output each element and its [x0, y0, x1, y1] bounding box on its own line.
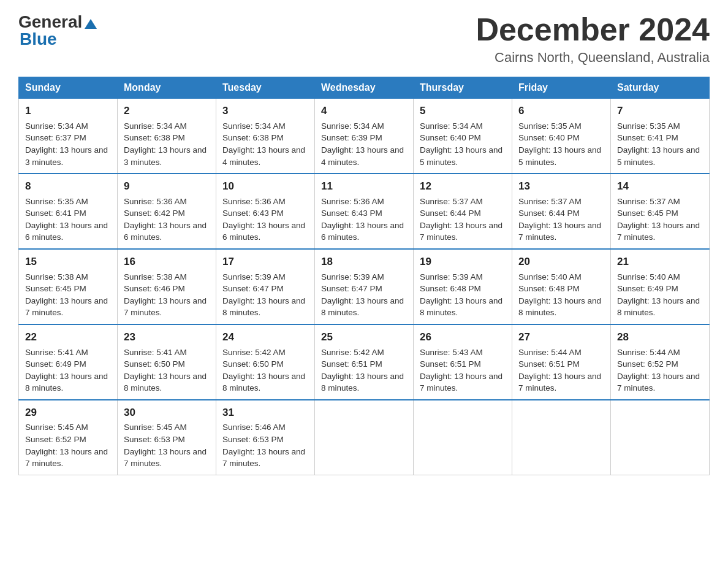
daylight-text: Daylight: 13 hours and 8 minutes. — [321, 296, 404, 318]
day-number: 4 — [321, 104, 407, 119]
daylight-text: Daylight: 13 hours and 7 minutes. — [518, 372, 601, 393]
sunrise-text: Sunrise: 5:39 AM — [420, 272, 483, 282]
daylight-text: Daylight: 13 hours and 7 minutes. — [124, 447, 207, 469]
col-header-monday: Monday — [118, 77, 216, 99]
sunrise-text: Sunrise: 5:46 AM — [222, 423, 286, 432]
calendar-cell: 26 Sunrise: 5:43 AM Sunset: 6:51 PM Dayl… — [414, 324, 512, 400]
calendar-cell: 21 Sunrise: 5:40 AM Sunset: 6:49 PM Dayl… — [611, 249, 710, 324]
day-number: 11 — [321, 179, 407, 194]
daylight-text: Daylight: 13 hours and 7 minutes. — [420, 372, 502, 393]
sunset-text: Sunset: 6:51 PM — [321, 359, 382, 369]
calendar-cell: 17 Sunrise: 5:39 AM Sunset: 6:47 PM Dayl… — [216, 249, 315, 324]
sunrise-text: Sunrise: 5:37 AM — [420, 197, 483, 206]
sunset-text: Sunset: 6:52 PM — [25, 435, 86, 444]
day-number: 26 — [420, 330, 506, 345]
day-number: 14 — [617, 179, 703, 194]
sunset-text: Sunset: 6:42 PM — [124, 209, 185, 218]
sunrise-text: Sunrise: 5:39 AM — [222, 272, 286, 282]
day-number: 25 — [321, 330, 407, 345]
daylight-text: Daylight: 13 hours and 7 minutes. — [124, 296, 207, 318]
sunrise-text: Sunrise: 5:35 AM — [617, 121, 680, 131]
sunset-text: Sunset: 6:51 PM — [518, 359, 580, 369]
sunrise-text: Sunrise: 5:36 AM — [124, 197, 187, 206]
col-header-friday: Friday — [512, 77, 611, 99]
calendar-cell: 19 Sunrise: 5:39 AM Sunset: 6:48 PM Dayl… — [414, 249, 512, 324]
sunset-text: Sunset: 6:47 PM — [222, 284, 284, 293]
calendar-week-row: 22 Sunrise: 5:41 AM Sunset: 6:49 PM Dayl… — [19, 324, 710, 400]
day-number: 15 — [25, 255, 111, 270]
sunset-text: Sunset: 6:50 PM — [222, 359, 284, 369]
sunset-text: Sunset: 6:40 PM — [518, 133, 580, 142]
daylight-text: Daylight: 13 hours and 3 minutes. — [124, 145, 207, 167]
daylight-text: Daylight: 13 hours and 7 minutes. — [617, 221, 700, 242]
day-number: 20 — [518, 255, 604, 270]
sunset-text: Sunset: 6:46 PM — [124, 284, 185, 293]
calendar-cell: 1 Sunrise: 5:34 AM Sunset: 6:37 PM Dayli… — [19, 99, 118, 174]
calendar-cell: 27 Sunrise: 5:44 AM Sunset: 6:51 PM Dayl… — [512, 324, 611, 400]
sunset-text: Sunset: 6:41 PM — [25, 209, 86, 218]
day-number: 8 — [25, 179, 111, 194]
col-header-saturday: Saturday — [611, 77, 710, 99]
calendar-cell: 24 Sunrise: 5:42 AM Sunset: 6:50 PM Dayl… — [216, 324, 315, 400]
daylight-text: Daylight: 13 hours and 4 minutes. — [321, 145, 404, 167]
daylight-text: Daylight: 13 hours and 6 minutes. — [321, 221, 404, 242]
sunrise-text: Sunrise: 5:44 AM — [518, 348, 582, 357]
calendar-cell: 31 Sunrise: 5:46 AM Sunset: 6:53 PM Dayl… — [216, 400, 315, 475]
sunrise-text: Sunrise: 5:36 AM — [222, 197, 286, 206]
sunrise-text: Sunrise: 5:36 AM — [321, 197, 384, 206]
sunset-text: Sunset: 6:44 PM — [420, 209, 481, 218]
month-year-title: December 2024 — [476, 12, 710, 47]
day-number: 21 — [617, 255, 703, 270]
daylight-text: Daylight: 13 hours and 8 minutes. — [321, 372, 404, 393]
day-number: 24 — [222, 330, 308, 345]
sunrise-text: Sunrise: 5:41 AM — [124, 348, 187, 357]
daylight-text: Daylight: 13 hours and 7 minutes. — [25, 296, 108, 318]
sunrise-text: Sunrise: 5:38 AM — [25, 272, 88, 282]
sunset-text: Sunset: 6:48 PM — [518, 284, 580, 293]
daylight-text: Daylight: 13 hours and 6 minutes. — [222, 221, 305, 242]
sunrise-text: Sunrise: 5:37 AM — [518, 197, 582, 206]
sunrise-text: Sunrise: 5:34 AM — [420, 121, 483, 131]
sunrise-text: Sunrise: 5:45 AM — [25, 423, 88, 432]
calendar-cell: 5 Sunrise: 5:34 AM Sunset: 6:40 PM Dayli… — [414, 99, 512, 174]
sunrise-text: Sunrise: 5:37 AM — [617, 197, 680, 206]
col-header-sunday: Sunday — [19, 77, 118, 99]
sunset-text: Sunset: 6:38 PM — [124, 133, 185, 142]
calendar-cell: 20 Sunrise: 5:40 AM Sunset: 6:48 PM Dayl… — [512, 249, 611, 324]
calendar-cell: 12 Sunrise: 5:37 AM Sunset: 6:44 PM Dayl… — [414, 174, 512, 249]
day-number: 28 — [617, 330, 703, 345]
daylight-text: Daylight: 13 hours and 8 minutes. — [518, 296, 601, 318]
day-number: 12 — [420, 179, 506, 194]
calendar-cell: 3 Sunrise: 5:34 AM Sunset: 6:38 PM Dayli… — [216, 99, 315, 174]
sunrise-text: Sunrise: 5:45 AM — [124, 423, 187, 432]
col-header-wednesday: Wednesday — [315, 77, 414, 99]
sunset-text: Sunset: 6:45 PM — [617, 209, 678, 218]
daylight-text: Daylight: 13 hours and 8 minutes. — [124, 372, 207, 393]
day-number: 19 — [420, 255, 506, 270]
col-header-thursday: Thursday — [414, 77, 512, 99]
calendar-week-row: 8 Sunrise: 5:35 AM Sunset: 6:41 PM Dayli… — [19, 174, 710, 249]
sunset-text: Sunset: 6:38 PM — [222, 133, 284, 142]
sunset-text: Sunset: 6:43 PM — [222, 209, 284, 218]
calendar-cell: 28 Sunrise: 5:44 AM Sunset: 6:52 PM Dayl… — [611, 324, 710, 400]
sunset-text: Sunset: 6:49 PM — [25, 359, 86, 369]
sunset-text: Sunset: 6:48 PM — [420, 284, 481, 293]
sunrise-text: Sunrise: 5:42 AM — [321, 348, 384, 357]
sunset-text: Sunset: 6:50 PM — [124, 359, 185, 369]
calendar-table: SundayMondayTuesdayWednesdayThursdayFrid… — [18, 77, 710, 475]
sunrise-text: Sunrise: 5:43 AM — [420, 348, 483, 357]
calendar-cell: 23 Sunrise: 5:41 AM Sunset: 6:50 PM Dayl… — [118, 324, 216, 400]
day-number: 1 — [25, 104, 111, 119]
daylight-text: Daylight: 13 hours and 5 minutes. — [420, 145, 502, 167]
day-number: 9 — [124, 179, 210, 194]
sunrise-text: Sunrise: 5:34 AM — [222, 121, 286, 131]
daylight-text: Daylight: 13 hours and 6 minutes. — [25, 221, 108, 242]
day-number: 22 — [25, 330, 111, 345]
calendar-cell: 29 Sunrise: 5:45 AM Sunset: 6:52 PM Dayl… — [19, 400, 118, 475]
calendar-cell: 30 Sunrise: 5:45 AM Sunset: 6:53 PM Dayl… — [118, 400, 216, 475]
sunrise-text: Sunrise: 5:35 AM — [25, 197, 88, 206]
day-number: 27 — [518, 330, 604, 345]
sunset-text: Sunset: 6:49 PM — [617, 284, 678, 293]
sunset-text: Sunset: 6:43 PM — [321, 209, 382, 218]
day-number: 17 — [222, 255, 308, 270]
